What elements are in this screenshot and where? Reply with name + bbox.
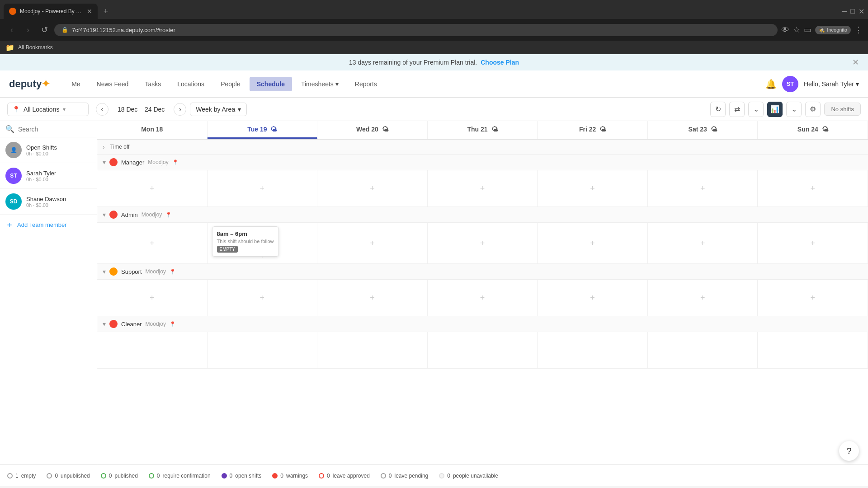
section-header-admin: ▾ Admin Moodjoy 📍 [97,207,868,223]
new-tab-button[interactable]: + [99,5,112,18]
nav-news-feed[interactable]: News Feed [90,77,136,91]
leave-pending-count: 0 [389,473,392,479]
refresh-button[interactable]: ↻ [710,102,726,117]
weather-icon-sun: 🌤 [822,126,828,133]
section-cleaner: ▾ Cleaner Moodjoy 📍 [97,316,868,369]
sidebar-hours: 0h · $0.00 [26,151,91,156]
status-empty: 1 empty [7,473,36,479]
lock-icon: 🔒 [61,27,68,33]
add-shift-mon-support[interactable]: + [150,293,155,303]
leave-approved-count: 0 [327,473,330,479]
settings-button[interactable]: ⚙ [805,102,821,117]
top-nav: deputy✦ Me News Feed Tasks Locations Peo… [0,70,868,98]
search-input[interactable] [18,126,97,133]
add-shift-wed-manager[interactable]: + [370,184,375,193]
add-shift-sun-support[interactable]: + [811,293,816,303]
star-icon[interactable]: ☆ [793,25,800,35]
add-shift-mon-admin[interactable]: + [150,239,155,248]
auto-schedule-button[interactable]: ⇄ [729,102,745,117]
user-greeting[interactable]: Hello, Sarah Tyler ▾ [804,80,859,88]
address-bar[interactable]: 🔒 7cf47d19112152.na.deputy.com/#roster [54,24,778,36]
admin-row: + 8am – 6pm This shift should be follow … [97,223,868,264]
close-button[interactable]: ✕ [859,7,864,16]
collapse-cleaner-icon[interactable]: ▾ [103,320,106,328]
user-dropdown-icon: ▾ [856,80,859,88]
manager-cell-mon: + [97,170,208,206]
next-week-button[interactable]: › [174,103,186,116]
sidebar-item-sarah-tyler[interactable]: ST Sarah Tyler 0h · $0.00 [0,163,97,189]
manager-cell-tue: + [208,170,318,206]
expand-button[interactable]: ⌄ [748,102,764,117]
add-shift-wed-admin[interactable]: + [370,239,375,248]
back-button[interactable]: ‹ [5,23,18,36]
restore-button[interactable]: □ [850,7,855,15]
add-shift-sat-support[interactable]: + [700,293,705,303]
add-shift-mon-manager[interactable]: + [150,184,155,193]
add-team-member-button[interactable]: ＋ Add Team member [0,215,97,235]
collapse-support-icon[interactable]: ▾ [103,268,106,275]
view-mode-button[interactable]: 📊 [767,102,783,117]
nav-tasks[interactable]: Tasks [137,77,168,91]
add-shift-sat-admin[interactable]: + [700,239,705,248]
add-shift-fri-support[interactable]: + [590,293,595,303]
weather-icon-fri: 🌤 [599,126,606,133]
location-select[interactable]: 📍 All Locations ▾ [7,103,89,116]
nav-schedule[interactable]: Schedule [250,77,292,91]
main-content: 🔍 ≡ ▾ 👤 Open Shifts 0h · $0.00 ST [0,121,868,465]
collapse-manager-icon[interactable]: ▾ [103,159,106,166]
tab-close-button[interactable]: ✕ [87,8,92,15]
add-shift-tue-support[interactable]: + [260,293,265,303]
add-shift-sat-manager[interactable]: + [700,184,705,193]
support-cell-fri: + [538,280,648,316]
shift-card-admin-tue[interactable]: 8am – 6pm This shift should be follow EM… [212,226,279,257]
help-button[interactable]: ? [839,441,859,461]
all-bookmarks[interactable]: All Bookmarks [18,44,53,51]
empty-dot [7,473,13,479]
warnings-dot [272,473,278,479]
nav-people[interactable]: People [213,77,248,91]
admin-cell-tue: 8am – 6pm This shift should be follow EM… [208,223,318,263]
collapse-admin-icon[interactable]: ▾ [103,211,106,218]
section-name-support: Support [121,268,142,275]
add-shift-wed-support[interactable]: + [370,293,375,303]
sidebar-item-open-shifts[interactable]: 👤 Open Shifts 0h · $0.00 [0,137,97,163]
cleaner-pin-icon: 📍 [170,321,176,327]
add-shift-thu-support[interactable]: + [480,293,485,303]
active-tab[interactable]: Moodjoy - Powered By Deputy ✕ [4,4,98,19]
sidebar-icon[interactable]: ▭ [804,25,811,35]
nav-me[interactable]: Me [64,77,87,91]
nav-timesheets[interactable]: Timesheets ▾ [294,77,346,91]
weather-icon-sat: 🌤 [711,126,717,133]
minimize-button[interactable]: ─ [842,7,847,15]
unpublished-label: unpublished [61,473,90,479]
sidebar-item-shane-dawson[interactable]: SD Shane Dawson 0h · $0.00 [0,189,97,215]
cleaner-row [97,332,868,369]
add-shift-fri-manager[interactable]: + [590,184,595,193]
add-shift-thu-manager[interactable]: + [480,184,485,193]
published-count: 0 [109,473,112,479]
nav-reports[interactable]: Reports [348,77,384,91]
reload-button[interactable]: ↺ [38,23,51,36]
unpublished-dot [47,473,52,479]
forward-button[interactable]: › [22,23,34,36]
banner-close-button[interactable]: ✕ [852,57,859,67]
add-member-label: Add Team member [17,221,67,228]
view-select[interactable]: Week by Area ▾ [190,103,247,116]
col-header-sat: Sat 23 🌤 [648,121,758,139]
status-people-unavailable: 0 people unavailable [439,473,498,479]
col-header-thu: Thu 21 🌤 [428,121,538,139]
notifications-bell-icon[interactable]: 🔔 [765,79,777,89]
add-shift-tue-manager[interactable]: + [260,184,265,193]
add-shift-sun-admin[interactable]: + [811,239,816,248]
choose-plan-link[interactable]: Choose Plan [481,59,519,66]
prev-week-button[interactable]: ‹ [96,103,108,116]
collapse-time-off-icon[interactable]: › [103,143,105,150]
menu-icon[interactable]: ⋮ [854,25,863,35]
nav-items: Me News Feed Tasks Locations People Sche… [64,77,765,91]
add-shift-sun-manager[interactable]: + [811,184,816,193]
add-shift-fri-admin[interactable]: + [590,239,595,248]
nav-locations[interactable]: Locations [170,77,212,91]
cleaner-cell-thu [428,332,538,368]
chart-dropdown-button[interactable]: ⌄ [786,102,802,117]
add-shift-thu-admin[interactable]: + [480,239,485,248]
